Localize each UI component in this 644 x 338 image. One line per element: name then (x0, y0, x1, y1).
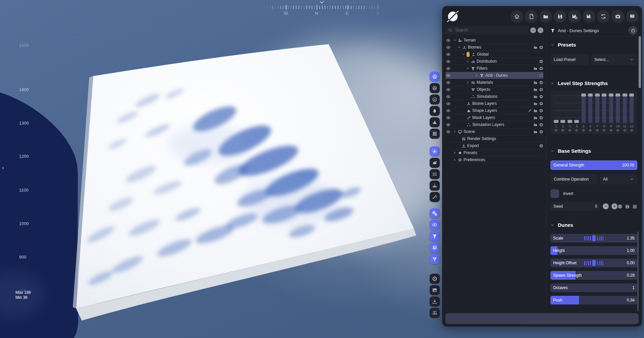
level-step-eye-icon[interactable] (615, 129, 620, 132)
compass-strip[interactable]: WNES (259, 1, 385, 17)
height-slider[interactable]: Height1.00 (550, 246, 637, 255)
expand-all-button[interactable] (538, 27, 543, 33)
level-step-handle-6[interactable] (588, 93, 593, 123)
scale-slider[interactable]: Scale1.35 (550, 234, 637, 243)
tree-row-presets[interactable]: Presets (445, 149, 543, 156)
level-step-eye-icon[interactable] (588, 129, 593, 132)
save-button[interactable] (554, 10, 567, 23)
preset-select-dropdown[interactable]: Select... (591, 54, 637, 65)
folder-icon[interactable] (533, 94, 538, 99)
spawn-strength-slider[interactable]: Spawn Strength0.29 (550, 271, 637, 280)
grid-tool-button[interactable] (430, 129, 440, 139)
collapse-base-icon[interactable] (550, 149, 554, 153)
plus-icon[interactable] (539, 123, 543, 127)
visibility-eye-icon[interactable] (445, 73, 453, 78)
tree-row-scene[interactable]: Scene (445, 128, 543, 135)
folder-icon[interactable] (533, 102, 538, 106)
tree-row-global[interactable]: Global (445, 51, 543, 58)
stats-view-button[interactable] (430, 308, 440, 318)
terrain-view-alt-button[interactable] (430, 83, 440, 93)
level-step-handle-7[interactable] (595, 93, 600, 123)
planet-view-button[interactable] (430, 94, 440, 105)
folder-icon[interactable] (533, 87, 538, 92)
plus-icon[interactable] (539, 80, 543, 85)
tree-row-mask-layers[interactable]: Mask Layers (445, 114, 543, 121)
plus-icon[interactable] (539, 144, 543, 148)
level-step-handle-1[interactable] (554, 93, 558, 123)
level-step-handle-3[interactable] (568, 93, 572, 123)
new-file-button[interactable] (525, 10, 538, 23)
folder-icon[interactable] (533, 123, 538, 127)
tree-row-objects[interactable]: Objects (445, 86, 543, 93)
tree-row-export[interactable]: Export (445, 142, 543, 149)
chevron-right-icon[interactable] (475, 73, 480, 77)
randomize-seed-icon[interactable] (618, 204, 623, 209)
folder-icon[interactable] (533, 45, 538, 50)
level-step-eye-icon[interactable] (609, 129, 613, 132)
tree-row-filters[interactable]: Filters (445, 65, 543, 72)
collapse-level-icon[interactable] (550, 81, 554, 85)
sync-button[interactable] (597, 10, 610, 23)
plus-icon[interactable] (539, 94, 543, 99)
save-seed-icon[interactable] (625, 204, 630, 209)
level-step-eye-icon[interactable] (595, 129, 600, 132)
plus-icon[interactable] (539, 87, 543, 92)
folder-icon[interactable] (533, 80, 538, 85)
level-step-eye-icon[interactable] (574, 129, 579, 132)
level-step-handle-9[interactable] (609, 93, 613, 123)
screenshot-button[interactable] (611, 10, 624, 23)
push-slider[interactable]: Push0.34 (550, 296, 637, 305)
collapse-dunes-icon[interactable] (550, 223, 554, 227)
search-input[interactable] (454, 27, 526, 33)
chevron-right-icon[interactable] (453, 151, 458, 155)
collapse-presets-icon[interactable] (550, 43, 554, 47)
filters-overlay-button[interactable] (430, 231, 440, 241)
search-box[interactable] (445, 26, 529, 35)
combine-operation-dropdown[interactable]: All (600, 174, 637, 185)
distribution-tool-button[interactable] (430, 181, 440, 191)
open-project-button[interactable] (539, 10, 552, 23)
terrain-view-button[interactable] (430, 72, 440, 82)
visibility-eye-icon[interactable] (445, 38, 453, 43)
settings-overlay-button[interactable] (430, 208, 440, 218)
tree-row-arid-dunes[interactable]: Arid - Dunes (445, 72, 543, 79)
tree-row-terrain[interactable]: Terrain (445, 37, 543, 44)
level-step-eye-icon[interactable] (560, 129, 565, 132)
level-step-handle-8[interactable] (602, 93, 606, 123)
weather-tool-button[interactable] (430, 158, 440, 168)
objects-overlay-button[interactable] (430, 254, 440, 264)
seed-list-icon[interactable] (632, 204, 637, 209)
plus-icon[interactable] (539, 59, 543, 64)
height-offset-slider[interactable]: Height Offset0.00 (550, 259, 637, 267)
tree-row-simulations[interactable]: Simulations (445, 93, 543, 100)
tree-row-render-settings[interactable]: Render Settings (445, 135, 543, 142)
save-version-button[interactable] (583, 10, 595, 23)
level-step-handle-10[interactable] (615, 93, 620, 123)
visibility-eye-icon[interactable] (445, 116, 453, 120)
plus-icon[interactable] (539, 130, 543, 134)
chevron-down-icon[interactable] (462, 52, 467, 56)
save-as-button[interactable] (568, 10, 581, 23)
plus-icon[interactable] (539, 102, 543, 106)
tree-row-shape-layers[interactable]: Shape Layers (445, 107, 543, 114)
level-step-eye-icon[interactable] (602, 129, 606, 132)
tree-row-simulation-layers[interactable]: Simulation Layers (445, 121, 543, 128)
tree-row-distribution[interactable]: Distribution (445, 58, 543, 65)
general-strength-slider[interactable]: General Strength 100.00 (550, 160, 637, 170)
visibility-eye-icon[interactable] (445, 94, 453, 99)
chevron-right-icon[interactable] (466, 59, 471, 63)
panel-scrollbar-thumb[interactable] (639, 36, 641, 88)
pencil-icon[interactable] (528, 109, 532, 113)
chevron-right-icon[interactable] (453, 130, 458, 134)
download-button[interactable] (430, 296, 440, 307)
level-step-eye-icon[interactable] (581, 129, 586, 132)
plus-icon[interactable] (539, 66, 543, 71)
visibility-eye-icon[interactable] (445, 102, 453, 106)
settings-options-button[interactable] (629, 26, 637, 35)
visibility-eye-icon[interactable] (445, 52, 453, 57)
magic-tool-button[interactable] (430, 192, 440, 202)
level-step-eye-icon[interactable] (623, 129, 627, 132)
folder-icon[interactable] (533, 130, 538, 134)
erosion-tool-button[interactable] (430, 106, 440, 116)
level-step-eye-icon[interactable] (568, 129, 572, 132)
